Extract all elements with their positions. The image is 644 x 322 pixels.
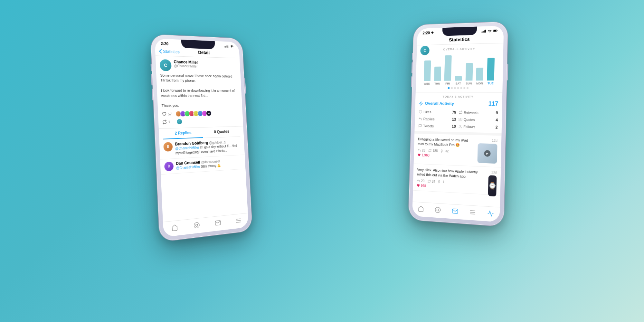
retweet-icon: [162, 119, 167, 124]
retweet-actions: 1 C: [162, 117, 240, 125]
post-likes-count-2: 968: [421, 184, 426, 188]
right-volume-up-button[interactable]: [412, 62, 413, 73]
right-phone-body: 2:20 ✈: [409, 22, 508, 226]
tab-home[interactable]: [170, 223, 178, 232]
retweets-label: Retweets: [464, 110, 478, 115]
reply-handle-1: @goldber_g: [209, 140, 225, 145]
post-card-2[interactable]: Very slick. Also nice how Apple instantl…: [413, 164, 501, 195]
reply-avatar-2: D: [164, 161, 174, 171]
overall-label: Overall Activity: [419, 101, 454, 106]
power-button[interactable]: [244, 78, 246, 94]
liker-avatar-5: [193, 110, 199, 116]
tweets-label: Tweets: [423, 124, 434, 128]
svg-line-7: [236, 222, 241, 223]
bar-wed: [424, 61, 431, 81]
follows-value: 2: [496, 125, 498, 129]
svg-rect-12: [493, 30, 497, 32]
right-notch: [442, 27, 477, 36]
stat-likes: Likes 79: [419, 109, 456, 115]
stat-tweets: Tweets 10: [418, 123, 456, 129]
tab-mail[interactable]: [214, 219, 222, 227]
bar-tue: [487, 58, 495, 80]
back-button[interactable]: Statistics: [159, 49, 180, 54]
day-tue: TUE: [488, 82, 493, 85]
stat-replies: Replies 13: [418, 116, 456, 122]
stats-avatar: C: [420, 46, 430, 55]
follows-icon: [458, 125, 462, 128]
liker-avatar-4: [189, 110, 194, 116]
right-tab-mention[interactable]: [434, 206, 442, 214]
right-mute-button[interactable]: [412, 53, 413, 60]
reply-avatar-1: B: [163, 142, 173, 152]
chart-label: OVERALL ACTIVITY: [420, 47, 499, 52]
post-thumb-2[interactable]: ⌚: [488, 175, 497, 196]
retweets-action[interactable]: 1: [162, 119, 170, 124]
reply-mention-2: @ChanceHMiller: [176, 165, 201, 170]
scene: 2:20: [129, 16, 515, 306]
svg-point-15: [437, 209, 439, 211]
stat-tweets-label: Tweets: [418, 124, 434, 128]
reply-content-2: Dan Counsell @dancounsell @ChanceHMiller…: [176, 159, 221, 171]
today-section: TODAY'S ACTIVITY Overall Activity 117: [414, 92, 502, 133]
chart-col-sun: SUN: [463, 63, 475, 85]
retweets-value: 9: [496, 110, 498, 115]
right-tab-list[interactable]: [469, 208, 477, 216]
retweets-icon: [459, 110, 463, 114]
post-quotes-count-1: 32: [445, 149, 449, 153]
chart-dots: [419, 87, 498, 89]
right-volume-down-button[interactable]: [411, 76, 412, 87]
post-replies-count-1: 28: [422, 148, 425, 152]
tab-mention[interactable]: [193, 221, 201, 230]
right-tab-stats[interactable]: [487, 209, 495, 218]
reply-text-2: @ChanceHMiller Stay strong 💪: [176, 163, 221, 171]
volume-up-button[interactable]: [151, 74, 153, 85]
stat-likes-label: Likes: [419, 110, 431, 114]
likes-value: 79: [452, 110, 456, 115]
right-status-icons: [482, 29, 498, 33]
right-power-button[interactable]: [507, 64, 508, 80]
post-retweets-count-2: 24: [432, 180, 435, 184]
right-tab-mail[interactable]: [451, 207, 459, 215]
post-thumb-1[interactable]: ▶: [477, 143, 497, 164]
heart-filled-icon-2: [417, 184, 420, 187]
svg-line-6: [236, 220, 241, 221]
dot-1: [448, 87, 450, 89]
rt-icon-2: [427, 179, 431, 183]
svg-rect-13: [494, 30, 497, 32]
tweet-author-info: Chance Miller @ChanceHMiller: [174, 60, 198, 68]
day-sun: SUN: [466, 82, 472, 85]
mail-icon: [214, 219, 221, 226]
quotes-tab[interactable]: 0 Quotes: [203, 126, 241, 137]
post-content-2: Very slick. Also nice how Apple instantl…: [417, 167, 486, 191]
reply-mention-1: @ChanceHMiller: [175, 146, 200, 150]
lightning-icon: [419, 101, 423, 106]
right-stats-icon: [488, 210, 494, 217]
volume-down-button[interactable]: [152, 89, 154, 100]
liker-avatar-3: [185, 111, 190, 117]
likes-action[interactable]: 57: [162, 112, 172, 117]
post-quotes-1: 32: [441, 149, 449, 153]
signal-icon: [224, 45, 229, 48]
left-status-time: 2:20: [161, 41, 169, 46]
replies-tab[interactable]: 2 Replies: [163, 128, 203, 139]
reply-text-1: @ChanceHMiller If I go a day without Ti.…: [175, 143, 241, 156]
post-quotes-count-2: 1: [443, 180, 445, 184]
post-card-1[interactable]: Dragging a file saved on my iPad mini to…: [414, 134, 502, 167]
svg-rect-3: [228, 45, 229, 48]
post-meta-2: 13d ⌚: [488, 170, 497, 192]
post-time-2: 13d: [491, 170, 497, 174]
reply-author-2: Dan Counsell: [176, 160, 201, 166]
quotes-value: 4: [496, 118, 498, 122]
tab-list[interactable]: [234, 216, 242, 225]
right-tab-home[interactable]: [417, 205, 424, 213]
likes-label: Likes: [423, 110, 431, 114]
mute-button[interactable]: [151, 64, 152, 71]
at-icon: [193, 222, 200, 229]
svg-rect-0: [225, 46, 226, 47]
left-screen-content: Statistics Detail C Chance Miller @Chanc…: [155, 47, 248, 234]
svg-rect-8: [482, 32, 483, 33]
main-tweet-card: C Chance Miller @ChanceHMiller Some pers…: [156, 56, 243, 128]
list-icon: [235, 217, 241, 224]
post-retweets-1: 188: [428, 149, 438, 153]
post-actions-1: 28 188: [418, 148, 475, 154]
